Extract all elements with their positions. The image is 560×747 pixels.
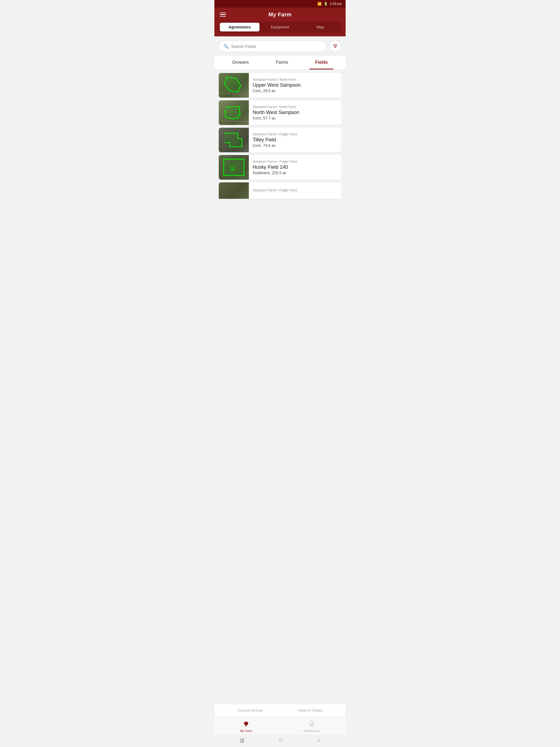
svg-line-6 [219,121,249,122]
field-name-label: Tilley Field [253,137,337,143]
field-shape-4 [219,155,249,180]
field-name-label: Upper West Sampson [253,82,337,88]
tab-agronomics[interactable]: Agronomics [220,23,259,31]
header: My Farm Agronomics Equipment Map [214,8,346,36]
filter-icon [332,44,338,49]
field-thumbnail [219,155,249,180]
wifi-icon: 📶 [317,2,322,6]
nav-notifications[interactable]: Notifications [298,719,325,733]
filter-button[interactable] [329,40,341,52]
field-thumbnail [219,100,249,125]
tab-growers[interactable]: Growers [227,56,254,70]
field-crop-label: Corn, 79.6 ac [253,143,337,148]
field-card[interactable]: Sampson Farms / Fulger Farm Husky Field … [219,155,341,180]
field-shape-2 [219,100,249,125]
search-input[interactable] [231,44,322,49]
tab-equipment[interactable]: Equipment [260,23,300,31]
svg-marker-4 [224,77,240,92]
field-thumbnail [219,73,249,98]
field-info: Sampson Farms / North Farm Upper West Sa… [249,73,341,98]
field-info: Sampson Farms / North Farm North West Sa… [249,100,341,125]
android-home-button[interactable]: □ [280,738,283,743]
field-farm-label: Sampson Farms / North Farm [253,78,337,81]
field-info: Sampson Farms / Fulger Farm Tilley Field… [249,128,341,152]
field-name-label: North West Sampson [253,110,337,115]
action-bar: Cancel Group View 0 Fields [214,704,346,716]
android-nav-bar: ||| □ ‹ [214,735,346,747]
field-name-label: Husky Field 140 [253,164,337,170]
cancel-group-button[interactable]: Cancel Group [238,708,263,713]
field-card[interactable]: Sampson Farms / North Farm North West Sa… [219,100,341,125]
menu-button[interactable] [219,11,227,18]
field-shape-1 [219,73,249,98]
field-info-partial: Sampson Farms / Fulger Farm [249,182,341,199]
my-farm-icon [242,720,250,729]
header-top: My Farm [219,11,341,18]
time: 2:33 pm [330,2,342,6]
svg-line-7 [234,100,235,107]
page-title: My Farm [269,11,291,18]
bottom-nav: My Farm Notifications [214,716,346,735]
field-card[interactable]: Sampson Farms / Fulger Farm Tilley Field… [219,128,341,152]
view-fields-button[interactable]: View 0 Fields [298,708,322,713]
sub-tab-bar: Growers Farms Fields [214,56,346,70]
search-icon: 🔍 [223,44,229,49]
field-shape-3 [219,128,249,152]
field-thumbnail-partial [219,182,249,199]
field-farm-label: Sampson Farms / Fulger Farm [253,160,337,163]
field-crop-label: Corn, 57.7 ac [253,116,337,120]
svg-rect-8 [224,159,244,176]
field-thumbnail [219,128,249,152]
field-list: Sampson Farms / North Farm Upper West Sa… [214,70,346,704]
search-wrapper: 🔍 [219,41,327,52]
field-card-partial[interactable]: Sampson Farms / Fulger Farm [219,182,341,199]
field-farm-label: Sampson Farms / Fulger Farm [253,132,337,136]
tab-fields[interactable]: Fields [309,56,333,70]
nav-my-farm[interactable]: My Farm [235,719,257,733]
field-farm-label: Sampson Farms / North Farm [253,105,337,109]
field-card[interactable]: Sampson Farms / North Farm Upper West Sa… [219,73,341,98]
tab-map[interactable]: Map [301,23,340,31]
main-tab-bar: Agronomics Equipment Map [219,22,341,32]
field-farm-partial: Sampson Farms / Fulger Farm [253,188,297,192]
svg-line-5 [219,93,249,95]
search-area: 🔍 [214,36,346,56]
status-bar: 📶 🔋 2:33 pm [214,0,346,8]
nav-my-farm-label: My Farm [240,729,252,732]
field-crop-label: Soybeans, 225.5 ac [253,171,337,175]
svg-point-10 [232,169,233,170]
nav-notifications-label: Notifications [304,729,320,732]
android-menu-button[interactable]: ||| [240,738,244,743]
tab-farms[interactable]: Farms [270,56,294,70]
notifications-icon [308,720,315,729]
field-crop-label: Corn, 28.6 ac [253,88,337,93]
field-info: Sampson Farms / Fulger Farm Husky Field … [249,155,341,180]
battery-icon: 🔋 [324,2,328,6]
android-back-button[interactable]: ‹ [318,738,320,743]
